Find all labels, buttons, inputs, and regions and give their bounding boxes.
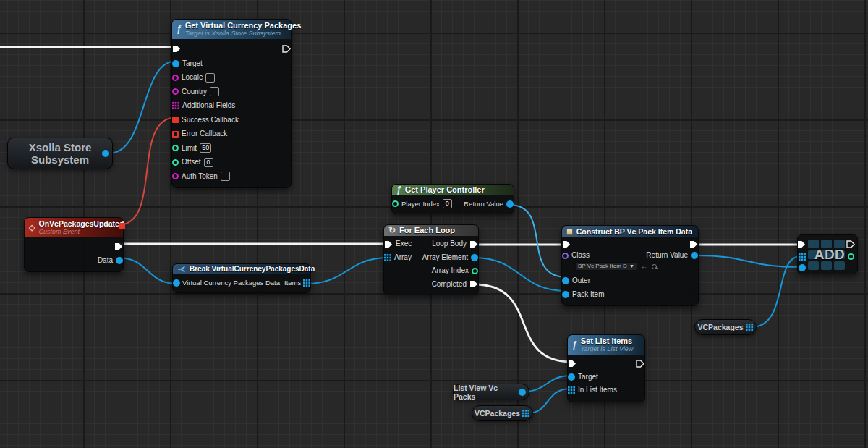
exec-out-pin[interactable] [114, 242, 123, 250]
exec-out-pin[interactable] [636, 360, 644, 368]
node-xsolla-store-subsystem[interactable]: Xsolla Store Subsystem [7, 138, 113, 169]
target-pin[interactable] [568, 373, 575, 381]
in-list-items-array-pin[interactable] [568, 386, 575, 394]
index-out-pin[interactable] [848, 253, 854, 260]
pack-item-pin[interactable] [562, 291, 569, 298]
node-header[interactable]: ƒ Get Virtual Currency Packages Target i… [172, 20, 291, 39]
node-vcpackages-variable[interactable]: VCPackages [694, 319, 757, 335]
node-for-each-loop[interactable]: ↻ For Each Loop Exec Loop Body Array Arr… [383, 224, 479, 295]
exec-in-pin[interactable] [562, 240, 571, 248]
additional-fields-array-pin[interactable] [172, 102, 179, 109]
use-selected-icon[interactable]: ← [641, 263, 648, 270]
exec-out-pin[interactable] [846, 240, 855, 248]
pin-label: In List Items [578, 386, 617, 394]
class-select-dropdown[interactable]: BP Vc Pack Item D ▼ [575, 262, 637, 271]
struct-in-pin[interactable] [173, 279, 180, 287]
node-subtitle: Target is List View [581, 345, 634, 352]
success-callback-delegate-pin[interactable] [172, 117, 179, 123]
locale-pin[interactable] [172, 75, 179, 81]
node-header[interactable]: ƒ Set List Items Target is List View [568, 335, 644, 355]
exec-in-pin[interactable] [384, 240, 393, 248]
array-in-pin[interactable] [384, 254, 391, 261]
country-pin[interactable] [172, 88, 179, 95]
exec-out-pin[interactable] [282, 45, 291, 53]
pin-label: Return Value [464, 200, 503, 208]
offset-value-box[interactable]: 0 [204, 158, 213, 167]
node-set-list-items[interactable]: ƒ Set List Items Target is List View Tar… [567, 334, 645, 402]
node-on-vc-packages-updated[interactable]: ◇ OnVcPackagesUpdated Custom Event Data [24, 217, 124, 272]
completed-exec-pin[interactable] [469, 280, 478, 288]
pin-label: Auth Token [182, 173, 218, 180]
outer-pin[interactable] [562, 277, 569, 284]
pin-label: Target [578, 373, 598, 381]
vcpackages-array-out-pin[interactable] [746, 324, 753, 331]
locale-value-box[interactable] [205, 73, 215, 83]
node-list-view-vc-packs-variable[interactable]: List View Vc Packs [453, 384, 529, 400]
limit-value-box[interactable]: 50 [200, 143, 211, 153]
pin-label: Offset [182, 159, 201, 166]
list-view-out-pin[interactable] [519, 389, 526, 396]
node-title: OnVcPackagesUpdated [38, 219, 124, 228]
construct-box-icon [566, 229, 573, 235]
node-header[interactable]: Break VirtualCurrencyPackagesData [173, 264, 310, 274]
pin-label: Loop Body [432, 240, 467, 248]
loop-body-exec-pin[interactable] [469, 240, 478, 248]
exec-in-pin[interactable] [568, 360, 576, 368]
auth-token-value-box[interactable] [221, 172, 230, 181]
subsystem-output-pin[interactable] [102, 150, 109, 157]
offset-pin[interactable] [172, 159, 179, 166]
pin-label: Pack Item [572, 291, 604, 298]
node-title: Get Virtual Currency Packages [185, 21, 302, 30]
blueprint-graph-editor: { "colors": { "exec_wire": "#f4f4f4", "o… [0, 0, 868, 448]
data-out-pin[interactable] [116, 257, 123, 264]
variable-label: List View Vc Packs [454, 384, 519, 401]
items-array-out-pin[interactable] [303, 279, 310, 287]
vcpackages-array-out-pin[interactable] [522, 410, 529, 417]
exec-out-pin[interactable] [689, 240, 698, 248]
node-array-add[interactable]: ADD [797, 234, 858, 274]
array-in-pin[interactable] [799, 253, 806, 261]
pin-label: Data [98, 257, 113, 264]
node-title: For Each Loop [399, 226, 455, 234]
return-value-pin[interactable] [506, 200, 514, 208]
pin-label: Country [182, 88, 207, 96]
exec-in-pin[interactable] [172, 45, 181, 53]
node-construct-bp-vc-pack-item-data[interactable]: Construct BP Vc Pack Item Data Class Ret… [561, 225, 699, 306]
error-callback-delegate-pin[interactable] [172, 131, 179, 138]
loop-icon: ↻ [388, 226, 396, 234]
break-struct-icon [177, 266, 186, 273]
array-element-pin[interactable] [471, 254, 478, 261]
auth-token-pin[interactable] [172, 173, 179, 179]
node-header[interactable]: Construct BP Vc Pack Item Data [562, 226, 698, 237]
country-value-box[interactable] [210, 87, 219, 96]
pin-label: Exec [396, 240, 412, 248]
node-get-virtual-currency-packages[interactable]: ƒ Get Virtual Currency Packages Target i… [171, 19, 292, 188]
class-pin[interactable] [562, 253, 569, 259]
limit-pin[interactable] [172, 145, 179, 151]
chevron-down-icon: ▼ [629, 263, 634, 269]
node-vcpackages-variable[interactable]: VCPackages [472, 405, 533, 421]
grid-cell [834, 261, 845, 270]
node-header[interactable]: ƒ Get Player Controller [392, 185, 514, 195]
custom-event-icon: ◇ [29, 224, 35, 232]
element-in-pin[interactable] [799, 264, 806, 271]
node-header[interactable]: ◇ OnVcPackagesUpdated Custom Event [25, 218, 123, 237]
node-header[interactable]: ↻ For Each Loop [384, 225, 478, 236]
browse-icon[interactable] [652, 264, 657, 269]
array-index-pin[interactable] [472, 268, 478, 274]
target-pin[interactable] [172, 60, 179, 67]
pin-label: Class [571, 252, 590, 259]
node-get-player-controller[interactable]: ƒ Get Player Controller Player Index 0 R… [391, 184, 514, 214]
event-delegate-pin[interactable] [119, 223, 125, 229]
pin-label: Limit [182, 145, 197, 152]
player-index-pin[interactable] [392, 200, 399, 207]
exec-in-pin[interactable] [797, 240, 806, 248]
function-icon: ƒ [396, 185, 401, 194]
node-break-virtual-currency-packages-data[interactable]: Break VirtualCurrencyPackagesData Virtua… [172, 263, 311, 293]
player-index-value-box[interactable]: 0 [443, 199, 452, 208]
pin-label: Array Index [432, 267, 469, 274]
pin-label: Outer [572, 277, 590, 284]
return-value-pin[interactable] [691, 252, 698, 259]
node-subtitle: Custom Event [38, 228, 124, 235]
pin-label: Player Index [401, 200, 440, 208]
